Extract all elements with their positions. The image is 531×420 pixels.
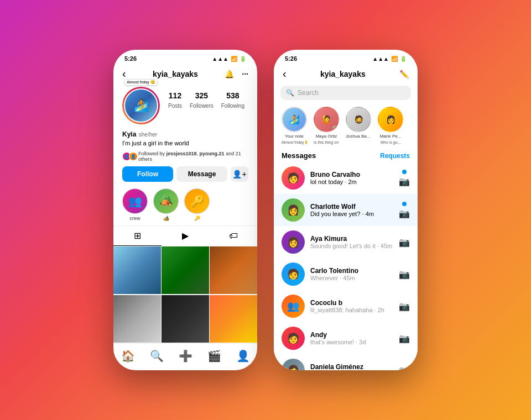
compose-icon[interactable]: ✏️ <box>399 70 409 78</box>
your-story-name: Your note <box>282 134 307 139</box>
profile-nav-item[interactable]: 👤 <box>232 348 254 364</box>
msg-right-5: 📷 <box>399 301 410 312</box>
photo-cell-2[interactable] <box>162 246 209 294</box>
stories-row: 🏄 Your note Almost friday 😊 🙋 Maya Ortiz… <box>274 102 418 149</box>
story-label[interactable]: Almost friday 😊 <box>124 79 158 86</box>
requests-button[interactable]: Requests <box>380 152 410 160</box>
follow-button[interactable]: Follow <box>122 166 173 182</box>
story-item-maya[interactable]: 🙋 Maya Ortiz Is this thing on? <box>313 107 340 145</box>
highlight-3[interactable]: 🔑 🔑 <box>184 188 210 221</box>
camera-icon-5[interactable]: 📷 <box>399 301 410 312</box>
back-icon[interactable]: ‹ <box>122 67 126 80</box>
message-item-3[interactable]: 👩 Aya Kimura Sounds good! Let's do it · … <box>274 226 418 258</box>
your-story-caption: Almost friday 😊 <box>282 140 307 145</box>
posts-stat[interactable]: 112 Posts <box>168 91 182 110</box>
add-friend-button[interactable]: 👤+ <box>231 166 248 182</box>
msg-avatar-cococlu b: 👥 <box>282 295 305 318</box>
followers-label: Followers <box>190 103 214 109</box>
story-item-joshua[interactable]: 🧔 Joshua Barba <box>345 107 372 145</box>
photo-cell-6[interactable] <box>210 295 257 343</box>
camera-icon-3[interactable]: 📷 <box>399 237 410 248</box>
camera-icon-7[interactable]: 📷 <box>399 365 410 370</box>
photo-cell-4[interactable] <box>113 295 161 343</box>
msg-preview-3: Sounds good! Let's do it · 45m <box>310 243 393 249</box>
photo-cell-3[interactable] <box>210 246 257 294</box>
msg-avatar-aya: 👩 <box>282 230 305 254</box>
story-item-you[interactable]: 🏄 Your note Almost friday 😊 <box>280 107 308 145</box>
bell-icon[interactable]: 🔔 <box>225 70 234 78</box>
message-button[interactable]: Message <box>176 166 227 182</box>
profile-pronouns: she/her <box>139 132 157 138</box>
highlight-crew[interactable]: 👥 crew <box>122 188 148 221</box>
messages-section-header: Messages Requests <box>274 149 418 162</box>
message-item-5[interactable]: 👥 Cococlu b lil_wyatt838: hahahaha · 2h … <box>274 290 418 322</box>
messages-phone: 5:26 ▲▲▲ 📶 🔋 ‹ kyia_kayaks ✏️ 🔍 Search 🏄… <box>274 50 418 370</box>
tagged-icon: 🏷 <box>229 231 238 241</box>
messages-section-title: Messages <box>282 151 316 160</box>
highlights-row: 👥 crew 🏕️ 🏕️ 🔑 🔑 <box>113 184 257 225</box>
home-nav-item[interactable]: 🏠 <box>117 348 139 364</box>
bottom-nav: 🏠 🔍 ➕ 🎬 👤 <box>113 343 257 370</box>
msg-sender-2: Charlotte Wolf <box>310 203 393 211</box>
msg-text-group-4: Carlo Tolentino Whenever · 45m <box>310 267 393 281</box>
nav-icons: 🔔 ··· <box>225 70 248 78</box>
message-item-2[interactable]: 👩 Charlotte Wolf Did you leave yet? · 4m… <box>274 194 418 226</box>
your-story-avatar: 🏄 <box>282 107 307 132</box>
avatar-container: Almost friday 😊 🏄 <box>122 87 160 124</box>
photo-cell-1[interactable] <box>113 246 161 294</box>
followed-by[interactable]: 👤 👤 Followed by jessjess1018, pyoung.21 … <box>113 149 257 164</box>
reels-icon: ▶ <box>182 230 189 241</box>
photo-cell-5[interactable] <box>162 295 209 343</box>
camera-icon-4[interactable]: 📷 <box>399 269 410 280</box>
following-stat[interactable]: 538 Following <box>221 91 244 110</box>
more-icon[interactable]: ··· <box>242 70 248 78</box>
msg-text-group-1: Bruno Carvalho lol not today · 2m <box>310 171 393 185</box>
story-item-marie[interactable]: 👩 Marie Pe... Who is go... <box>377 107 404 145</box>
followed-text: Followed by jessjess1018, pyoung.21 and … <box>138 151 248 162</box>
followers-stat[interactable]: 325 Followers <box>190 91 214 110</box>
posts-label: Posts <box>168 103 182 109</box>
highlight-circle-crew: 👥 <box>122 188 148 214</box>
profile-phone: 5:26 ▲▲▲ 📶 🔋 ‹ kyia_kayaks 🔔 ··· Almost … <box>113 50 257 370</box>
create-nav-item[interactable]: ➕ <box>174 348 197 364</box>
msg-sender-6: Andy <box>310 331 393 339</box>
msg-preview-6: that's awesome! · 3d <box>310 339 393 345</box>
highlight-2[interactable]: 🏕️ 🏕️ <box>153 188 179 221</box>
msg-back-icon[interactable]: ‹ <box>283 67 287 80</box>
msg-right-6: 📷 <box>399 333 410 344</box>
message-item-6[interactable]: 🧑 Andy that's awesome! · 3d 📷 <box>274 322 418 354</box>
signal-icon: ▲▲▲ <box>212 56 228 62</box>
battery-icon: 🔋 <box>240 56 246 62</box>
message-item-7[interactable]: 👩 Daniela Giménez Wait, is that Connor ·… <box>274 354 418 370</box>
msg-battery-icon: 🔋 <box>400 56 407 62</box>
profile-username: kyia_kayaks <box>153 70 198 78</box>
photo-grid <box>113 246 257 343</box>
profile-stats-row: Almost friday 😊 🏄 112 Posts 325 Follower… <box>113 83 257 127</box>
camera-icon-1[interactable]: 📷 <box>399 176 410 187</box>
profile-tabs: ⊞ ▶ 🏷 <box>113 225 257 246</box>
search-bar[interactable]: 🔍 Search <box>280 86 411 100</box>
highlight-circle-2: 🏕️ <box>153 188 179 214</box>
tab-tagged[interactable]: 🏷 <box>209 226 257 246</box>
tab-reels[interactable]: ▶ <box>162 226 210 246</box>
joshua-story-avatar: 🧔 <box>346 107 371 132</box>
avatar-ring[interactable]: 🏄 <box>122 87 160 124</box>
msg-wifi-icon: 📶 <box>391 56 398 62</box>
search-nav-item[interactable]: 🔍 <box>145 348 168 364</box>
msg-right-4: 📷 <box>399 269 410 280</box>
msg-signal-icon: ▲▲▲ <box>372 56 389 62</box>
camera-icon-2[interactable]: 📷 <box>399 208 410 219</box>
msg-right-2: 📷 <box>399 202 410 219</box>
messages-content: ‹ kyia_kayaks ✏️ 🔍 Search 🏄 Your note Al… <box>274 64 418 370</box>
message-item-1[interactable]: 🧑 Bruno Carvalho lol not today · 2m 📷 <box>274 162 418 194</box>
status-icons: ▲▲▲ 📶 🔋 <box>212 56 246 62</box>
message-item-4[interactable]: 🧑 Carlo Tolentino Whenever · 45m 📷 <box>274 258 418 290</box>
msg-avatar-daniela: 👩 <box>282 359 305 370</box>
tab-grid[interactable]: ⊞ <box>113 226 162 246</box>
following-label: Following <box>221 103 244 109</box>
highlight-circle-3: 🔑 <box>184 188 210 214</box>
search-placeholder: Search <box>298 89 319 97</box>
reels-nav-item[interactable]: 🎬 <box>203 348 226 364</box>
msg-username: kyia_kayaks <box>320 70 366 78</box>
camera-icon-6[interactable]: 📷 <box>399 333 410 344</box>
